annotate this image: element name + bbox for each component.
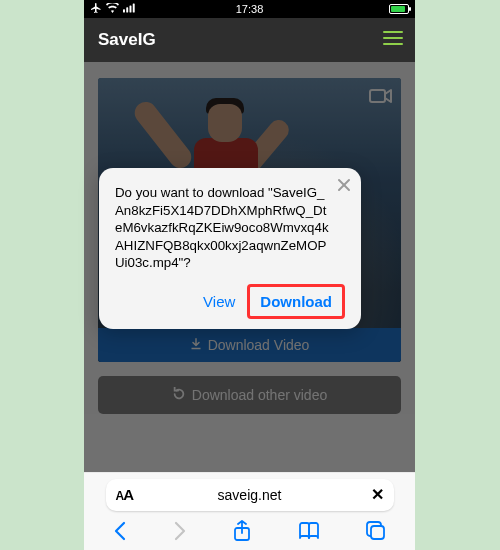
alert-message: Do you want to download "SaveIG_An8kzFi5…: [115, 184, 345, 272]
browser-url-bar-container: AA saveig.net ✕: [84, 472, 415, 516]
airplane-icon: [90, 2, 102, 16]
svg-rect-3: [133, 3, 135, 12]
url-text: saveig.net: [218, 487, 282, 503]
view-button[interactable]: View: [199, 287, 239, 316]
download-button-highlight: Download: [247, 284, 345, 319]
wifi-icon: [106, 3, 119, 15]
clear-url-icon[interactable]: ✕: [371, 485, 384, 504]
svg-rect-1: [126, 7, 128, 12]
menu-icon[interactable]: [383, 30, 403, 50]
status-right: [389, 4, 409, 14]
browser-toolbar: [84, 516, 415, 550]
alert-actions: View Download: [115, 284, 345, 319]
close-icon[interactable]: [337, 178, 351, 196]
svg-rect-2: [130, 5, 132, 12]
app-header: SaveIG: [84, 18, 415, 62]
status-bar: 17:38: [84, 0, 415, 18]
download-alert: Do you want to download "SaveIG_An8kzFi5…: [99, 168, 361, 329]
browser-url-bar[interactable]: AA saveig.net ✕: [106, 479, 394, 511]
app-title: SaveIG: [98, 30, 156, 50]
download-button[interactable]: Download: [252, 289, 340, 314]
tabs-icon[interactable]: [366, 521, 386, 545]
battery-icon: [389, 4, 409, 14]
status-time: 17:38: [236, 3, 264, 15]
back-icon[interactable]: [113, 521, 127, 545]
reader-aa-icon[interactable]: AA: [116, 486, 134, 503]
signal-icon: [123, 3, 136, 15]
bookmarks-icon[interactable]: [298, 522, 320, 544]
share-icon[interactable]: [233, 520, 251, 546]
svg-rect-10: [371, 526, 384, 539]
status-left: [90, 2, 136, 16]
svg-rect-0: [123, 9, 125, 12]
forward-icon[interactable]: [173, 521, 187, 545]
